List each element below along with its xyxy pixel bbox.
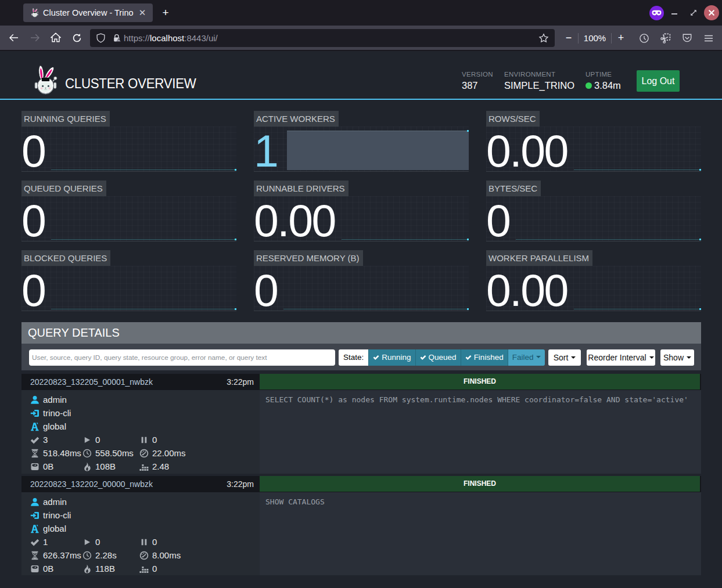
tile-label: ROWS/SEC	[486, 111, 540, 127]
window-minimize-button[interactable]	[666, 4, 683, 21]
window-controls	[649, 0, 719, 26]
browser-tab-bar: Cluster Overview - Trino ✕ +	[0, 0, 722, 26]
total-time: 2.28s	[95, 550, 117, 560]
sparkline-line	[51, 169, 236, 170]
tile-value: 0	[254, 268, 277, 313]
user-icon	[30, 497, 39, 507]
query-user: admin	[43, 395, 67, 405]
current-memory: 0B	[43, 564, 53, 573]
hourglass-icon	[30, 449, 39, 458]
memory-scale-icon	[30, 462, 39, 471]
state-failed-dropdown[interactable]: Failed	[508, 349, 545, 366]
reload-button[interactable]	[67, 28, 86, 47]
query-details-title: QUERY DETAILS	[21, 322, 701, 344]
current-memory: 0B	[43, 461, 53, 471]
completed-splits: 1	[43, 537, 48, 547]
query-stat-row: 626.37ms 2.28s 8.00ms	[21, 549, 260, 562]
query-stats-panel: admin trino-cli global 3 0 0 518.48ms 55…	[21, 390, 260, 474]
uptime-label: UPTIME	[585, 71, 621, 78]
query-stat-row: 1 0 0	[21, 535, 260, 549]
menu-hamburger-icon[interactable]	[699, 29, 718, 48]
version-label: VERSION	[462, 71, 493, 78]
sparkline-plot: 0	[254, 266, 469, 311]
query-resource-group: global	[43, 421, 66, 431]
environment-label: ENVIRONMENT	[504, 71, 574, 78]
stat-tile-worker-parallelism: WORKER PARALLELISM 0.00	[486, 250, 701, 311]
fire-icon	[82, 564, 92, 573]
new-tab-button[interactable]: +	[157, 5, 174, 21]
home-button[interactable]	[46, 28, 65, 47]
query-status-bar: FINISHED	[260, 374, 700, 389]
tile-label: QUEUED QUERIES	[21, 181, 106, 197]
tracking-shield-icon[interactable]	[96, 33, 106, 43]
sparkline-dot	[467, 130, 469, 132]
total-time: 558.50ms	[95, 448, 134, 458]
query-time: 3:22pm	[213, 377, 254, 387]
tab-close-icon[interactable]: ✕	[137, 7, 148, 19]
tile-value: 0	[21, 268, 45, 313]
browser-tab[interactable]: Cluster Overview - Trino ✕	[23, 3, 153, 22]
query-stat-row: 0B 118B 0	[21, 562, 260, 575]
bookmark-star-icon[interactable]	[538, 33, 549, 44]
window-maximize-button[interactable]	[685, 4, 702, 21]
queued-pause-icon	[139, 538, 149, 546]
version-value: 387	[462, 80, 493, 91]
uptime-value: 3.84m	[585, 80, 621, 91]
clock-icon	[82, 449, 92, 458]
history-clock-icon[interactable]	[635, 29, 653, 48]
query-id-link[interactable]: 20220823_132202_00000_nwbzk	[30, 479, 153, 489]
check-icon	[373, 354, 379, 360]
reorder-interval-dropdown[interactable]: Reorder Interval	[587, 349, 655, 366]
back-button[interactable]	[5, 28, 23, 47]
sparkline-dot	[699, 239, 701, 240]
sparkline-line	[51, 239, 236, 240]
running-splits: 0	[95, 537, 100, 547]
query-sql-preview: SHOW CATALOGS	[260, 492, 701, 575]
trino-logo	[34, 65, 58, 95]
sparkline-plot: 0	[21, 266, 236, 311]
sparkline-fill	[287, 131, 469, 170]
queued-pause-icon	[139, 436, 149, 444]
query-stats-panel: admin trino-cli global 1 0 0 626.37ms 2.…	[21, 492, 260, 575]
logout-button[interactable]: Log Out	[637, 70, 680, 92]
sparkline-line	[51, 309, 236, 309]
queued-splits: 0	[152, 435, 157, 445]
resource-group-font-icon	[30, 524, 39, 533]
pocket-icon[interactable]	[678, 29, 696, 48]
tile-label: BLOCKED QUERIES	[21, 250, 110, 266]
show-dropdown[interactable]: Show	[660, 349, 694, 366]
state-finished-button[interactable]: Finished	[461, 349, 508, 366]
query-search-input[interactable]	[29, 349, 335, 366]
environment-value: SIMPLE_TRINO	[504, 80, 574, 91]
query-header: 20220823_132202_00000_nwbzk 3:22pm FINIS…	[21, 476, 701, 492]
sparkline-dot	[467, 239, 469, 240]
trino-header: CLUSTER OVERVIEW VERSION 387 ENVIRONMENT…	[0, 51, 722, 100]
query-id-link[interactable]: 20220823_132205_00001_nwbzk	[30, 377, 153, 387]
stat-tile-queued-queries: QUEUED QUERIES 0	[21, 181, 236, 241]
stat-tile-bytes-sec: BYTES/SEC 0	[486, 181, 701, 241]
tile-value: 0	[486, 199, 509, 243]
screenshot-icon[interactable]	[656, 29, 675, 48]
zoom-level[interactable]: 100%	[579, 33, 611, 44]
sort-dropdown[interactable]: Sort	[548, 349, 581, 366]
state-queued-button[interactable]: Queued	[415, 349, 461, 366]
completed-check-icon	[30, 435, 39, 445]
zoom-in-button[interactable]: +	[612, 29, 630, 48]
tab-title: Cluster Overview - Trino	[43, 8, 137, 17]
url-bar[interactable]: https://localhost:8443/ui/	[90, 29, 555, 47]
window-close-button[interactable]	[704, 5, 719, 20]
sparkline-dot	[235, 308, 236, 310]
sparkline-line	[574, 309, 701, 309]
sparkline-plot: 0.00	[486, 127, 701, 172]
completed-splits: 3	[43, 435, 48, 445]
state-running-button[interactable]: Running	[368, 349, 415, 366]
query-stat-row: 3 0 0	[21, 433, 260, 446]
query-header: 20220823_132205_00001_nwbzk 3:22pm FINIS…	[21, 374, 701, 390]
zoom-out-button[interactable]: −	[559, 29, 578, 48]
query-body: admin trino-cli global 1 0 0 626.37ms 2.…	[21, 492, 701, 575]
private-mask-icon	[651, 8, 662, 19]
lock-warning-icon[interactable]	[112, 34, 121, 43]
forward-button[interactable]	[26, 28, 44, 47]
url-text[interactable]: https://localhost:8443/ui/	[124, 33, 538, 43]
tile-value: 1	[254, 129, 277, 174]
